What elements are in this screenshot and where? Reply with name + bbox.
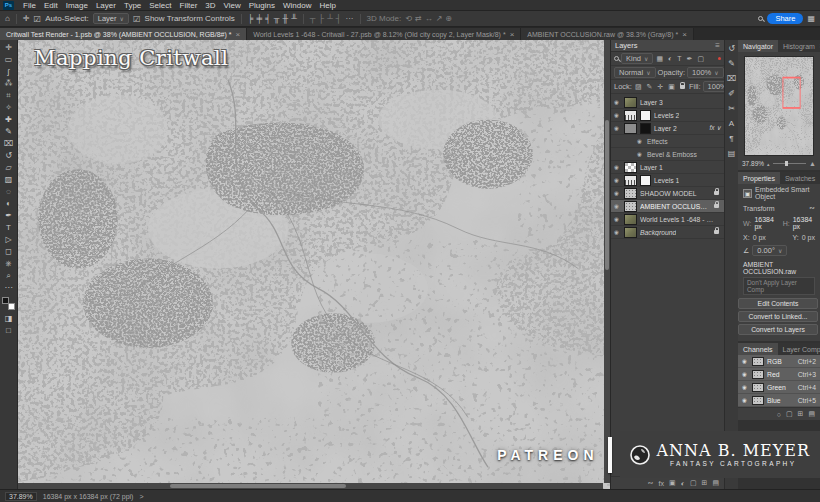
channels-footer-icon[interactable]: ▢ [786, 410, 793, 418]
home-icon[interactable]: ⌂ [5, 14, 10, 23]
align-icon[interactable]: ╞ [248, 14, 254, 23]
layer-row[interactable]: ◉ Layer 1 [611, 161, 724, 174]
tool-button[interactable]: ⋯ [1, 282, 17, 294]
layer-mask-thumbnail[interactable] [640, 175, 651, 186]
toolbar-mode-icon[interactable]: □ [1, 325, 17, 337]
layer-filter-icon[interactable]: ▦ [655, 55, 664, 63]
tool-button[interactable]: ✒ [1, 210, 17, 222]
layer-thumbnail[interactable] [624, 123, 637, 134]
width-value[interactable]: 16384 px [754, 216, 776, 230]
document-tab[interactable]: Critwall Test Render - 1.psb @ 38% (AMBI… [0, 28, 247, 40]
channel-row[interactable]: ◉ Blue Ctrl+5 [738, 394, 820, 407]
layer-name[interactable]: Layer 3 [640, 99, 663, 106]
dock-panel-icon[interactable]: ↺ [728, 44, 735, 53]
layers-footer-icon[interactable]: ∾ [648, 479, 654, 487]
distribute-icon[interactable]: ┤ [336, 14, 342, 23]
layer-thumbnail[interactable] [624, 97, 637, 108]
layers-footer-icon[interactable]: fx [659, 480, 664, 487]
visibility-eye-icon[interactable]: ◉ [742, 384, 749, 390]
channels-footer-icon[interactable]: ○ [777, 411, 781, 418]
layer-row[interactable]: ◉ Levels 2 [611, 109, 724, 122]
properties-action-button[interactable]: Convert to Layers [738, 324, 818, 335]
lock-option-icon[interactable]: ▨ [634, 83, 643, 91]
tool-button[interactable]: ▱ [1, 162, 17, 174]
menu-item[interactable]: View [220, 1, 245, 10]
more-options-icon[interactable]: ··· [346, 14, 354, 23]
channel-row[interactable]: ◉ Red Ctrl+3 [738, 368, 820, 381]
visibility-eye-icon[interactable]: ◉ [742, 371, 749, 377]
channels-footer-icon[interactable]: ⊞ [798, 410, 804, 418]
layer-filter-kind-dropdown[interactable]: Kind ∨ [621, 53, 653, 64]
layer-filter-icon[interactable]: T [676, 55, 682, 62]
close-icon[interactable]: × [235, 30, 240, 39]
align-icon[interactable]: ╥ [274, 14, 280, 23]
tab-channels[interactable]: Channels [738, 343, 778, 355]
align-icon[interactable]: ╡ [265, 14, 271, 23]
tool-button[interactable]: ʃ [1, 66, 17, 78]
tool-button[interactable]: ▷ [1, 234, 17, 246]
visibility-eye-icon[interactable]: ◉ [614, 216, 621, 222]
zoom-out-icon[interactable]: ▴ [767, 161, 770, 167]
visibility-eye-icon[interactable]: ◉ [614, 177, 621, 183]
layers-footer-icon[interactable]: ⊞ [702, 479, 708, 487]
layer-thumbnail[interactable] [624, 201, 637, 212]
height-value[interactable]: 16384 px [793, 216, 815, 230]
navigator-zoom-value[interactable]: 37.89% [742, 160, 764, 167]
tool-button[interactable]: ▨ [1, 174, 17, 186]
distribute-icon[interactable]: ┴ [327, 14, 333, 23]
layer-thumbnail[interactable] [624, 214, 637, 225]
layer-filter-icon[interactable]: ✒ [686, 55, 694, 63]
tool-button[interactable]: ⌧ [1, 138, 17, 150]
distribute-icon[interactable]: ┬ [310, 14, 316, 23]
panel-menu-icon[interactable]: ≡ [715, 41, 720, 50]
share-button[interactable]: Share [767, 13, 803, 24]
layer-row[interactable]: ◉ Effects [611, 135, 724, 148]
menu-item[interactable]: File [19, 1, 40, 10]
show-transform-checkbox[interactable]: ☑ [133, 14, 141, 24]
tool-button[interactable]: ◌ [1, 186, 17, 198]
status-chevron-icon[interactable]: > [139, 493, 143, 500]
layer-row[interactable]: ◉ AMBIENT OCCLUSION [611, 200, 724, 213]
3d-mode-icon[interactable]: ⇄ [415, 14, 422, 23]
visibility-eye-icon[interactable]: ◉ [637, 138, 644, 144]
opacity-dropdown[interactable]: 100% ∨ [687, 67, 724, 78]
channels-footer-icon[interactable]: ▤ [808, 410, 815, 418]
properties-action-button[interactable]: Convert to Linked... [738, 311, 818, 322]
layer-filter-icon[interactable]: ▢ [696, 55, 705, 63]
move-tool-preset-icon[interactable]: ✛ [23, 14, 30, 23]
layer-name[interactable]: SHADOW MODEL [640, 190, 697, 197]
channel-name[interactable]: Green [767, 384, 786, 391]
layer-name[interactable]: Levels 1 [654, 177, 679, 184]
layer-thumbnail[interactable] [624, 162, 637, 173]
layer-row[interactable]: ◉ SHADOW MODEL [611, 187, 724, 200]
layer-thumbnail[interactable] [624, 227, 637, 238]
align-icon[interactable]: ╨ [291, 14, 297, 23]
tab-histogram[interactable]: Histogram [778, 40, 820, 52]
background-color-swatch[interactable] [8, 303, 15, 310]
tool-button[interactable]: ✛ [1, 42, 17, 54]
layer-name[interactable]: Levels 2 [654, 112, 679, 119]
visibility-eye-icon[interactable]: ◉ [614, 125, 621, 131]
document-tab[interactable]: World Levels 1 -648 - Critwall - 27.psb … [247, 28, 521, 40]
layer-mask-thumbnail[interactable] [640, 110, 651, 121]
align-icon[interactable]: ╫ [283, 14, 289, 23]
dock-panel-icon[interactable]: ▤ [728, 149, 736, 158]
properties-action-button[interactable]: Edit Contents [738, 298, 818, 309]
tab-properties[interactable]: Properties [738, 172, 780, 184]
visibility-eye-icon[interactable]: ◉ [614, 203, 621, 209]
tool-button[interactable]: ◐ [1, 198, 17, 210]
menu-item[interactable]: Window [279, 1, 315, 10]
search-icon[interactable] [758, 16, 763, 21]
visibility-eye-icon[interactable]: ◉ [742, 358, 749, 364]
tab-swatches[interactable]: Swatches [780, 172, 820, 184]
tool-button[interactable]: ✎ [1, 126, 17, 138]
align-icon[interactable]: ╪ [256, 14, 262, 23]
layer-name[interactable]: World Levels 1 -648 - Critwall Area -WTM… [640, 216, 718, 223]
channel-row[interactable]: ◉ Green Ctrl+4 [738, 381, 820, 394]
menu-item[interactable]: 3D [201, 1, 219, 10]
layers-footer-icon[interactable]: ▤ [712, 479, 719, 487]
foreground-color-swatch[interactable] [2, 297, 9, 304]
layer-mask-thumbnail[interactable] [640, 123, 651, 134]
tool-button[interactable]: ⌕ [1, 270, 17, 282]
angle-dropdown[interactable]: 0.00° ∨ [752, 245, 787, 256]
